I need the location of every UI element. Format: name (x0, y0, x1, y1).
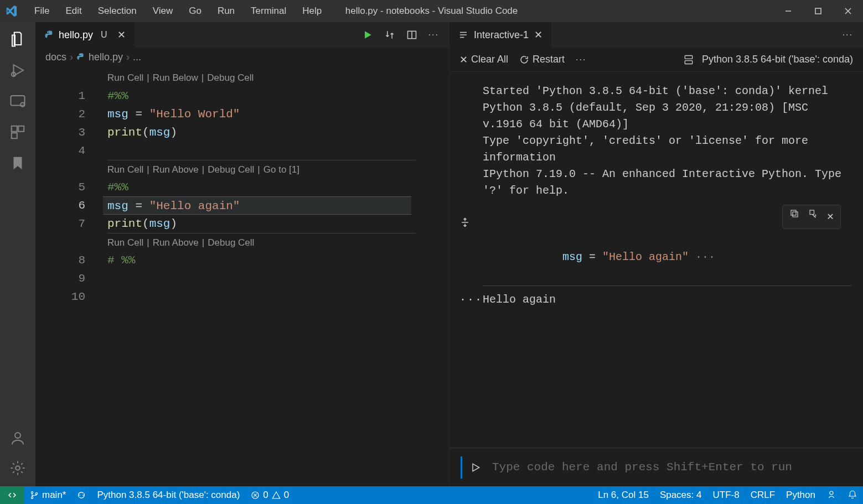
window-title: hello.py - notebooks - Visual Studio Cod… (345, 6, 518, 17)
interpreter-status[interactable]: Python 3.8.5 64-bit ('base': conda) (91, 486, 245, 504)
executed-cell-code[interactable]: ✕ msg = "Hello again" ··· (483, 216, 852, 286)
svg-rect-1 (815, 8, 821, 14)
run-above-link[interactable]: Run Above (153, 160, 199, 179)
encoding-status[interactable]: UTF-8 (707, 490, 745, 501)
sync-status[interactable] (71, 486, 91, 504)
problems-status[interactable]: 0 0 (245, 486, 294, 504)
more-actions-icon[interactable]: ··· (576, 55, 586, 65)
svg-point-31 (830, 491, 833, 495)
svg-rect-21 (793, 212, 798, 217)
svg-rect-9 (18, 126, 24, 132)
interactive-tabs: Interactive-1 ✕ ··· (449, 22, 863, 48)
menu-edit[interactable]: Edit (59, 3, 88, 19)
extensions-icon[interactable] (8, 123, 27, 142)
menu-go[interactable]: Go (182, 3, 208, 19)
eol-status[interactable]: CRLF (745, 490, 781, 501)
run-below-link[interactable]: Run Below (153, 69, 198, 87)
chevron-right-icon: › (126, 51, 130, 63)
svg-marker-4 (14, 65, 24, 76)
main-menu: File Edit Selection View Go Run Terminal… (22, 3, 328, 19)
breadcrumb-tail[interactable]: ... (133, 51, 141, 63)
menu-help[interactable]: Help (296, 3, 328, 19)
menu-view[interactable]: View (146, 3, 180, 19)
goto-link[interactable]: Go to [1] (263, 160, 299, 179)
code-editor[interactable]: 1 2 3 4 5 6 7 8 9 10 Run Cell| Run (35, 66, 449, 486)
indent-status[interactable]: Spaces: 4 (654, 490, 707, 501)
run-cell-link[interactable]: Run Cell (107, 69, 143, 87)
codelens-row: Run Cell| Run Above| Debug Cell| Go to [… (107, 160, 416, 178)
output-ellipsis-icon[interactable]: ··· (459, 292, 483, 308)
python-file-icon (44, 30, 54, 40)
menu-run[interactable]: Run (211, 3, 241, 19)
svg-point-25 (31, 492, 33, 493)
svg-point-11 (15, 433, 20, 438)
run-cell-link[interactable]: Run Cell (107, 233, 143, 252)
copy-icon[interactable] (789, 209, 799, 225)
remote-explorer-icon[interactable] (8, 92, 27, 111)
accounts-icon[interactable] (8, 429, 27, 448)
interactive-output[interactable]: Started 'Python 3.8.5 64-bit ('base': co… (449, 72, 863, 448)
startup-text: Started 'Python 3.8.5 64-bit ('base': co… (483, 83, 852, 199)
debug-cell-link[interactable]: Debug Cell (208, 160, 254, 179)
tab-hello-py[interactable]: hello.py U ✕ (35, 22, 135, 48)
svg-rect-6 (11, 96, 25, 106)
svg-point-26 (31, 497, 33, 498)
svg-rect-22 (791, 210, 796, 215)
debug-cell-link[interactable]: Debug Cell (207, 69, 254, 87)
more-actions-icon[interactable]: ··· (843, 30, 863, 40)
cursor-position[interactable]: Ln 6, Col 15 (592, 490, 654, 501)
branch-status[interactable]: main* (24, 486, 71, 504)
close-button[interactable] (833, 0, 863, 22)
debug-cell-link[interactable]: Debug Cell (208, 233, 254, 252)
bookmark-icon[interactable] (8, 154, 27, 173)
svg-marker-13 (365, 31, 371, 38)
close-tab-icon[interactable]: ✕ (534, 29, 542, 41)
svg-rect-20 (685, 60, 692, 64)
menu-selection[interactable]: Selection (91, 3, 143, 19)
interpreter-label[interactable]: Python 3.8.5 64-bit ('base': conda) (702, 54, 853, 65)
svg-rect-10 (12, 133, 17, 138)
tab-interactive-1[interactable]: Interactive-1 ✕ (449, 22, 551, 48)
notifications-icon[interactable] (842, 490, 863, 500)
modified-indicator: U (101, 30, 107, 40)
interactive-icon (458, 30, 468, 40)
run-debug-icon[interactable] (8, 61, 27, 80)
interactive-input-row (449, 448, 863, 486)
close-icon: ✕ (459, 54, 468, 66)
breadcrumb[interactable]: docs › hello.py › ... (35, 48, 449, 66)
collapse-icon[interactable] (459, 217, 471, 228)
delete-cell-icon[interactable]: ✕ (827, 209, 834, 225)
compare-changes-icon[interactable] (384, 29, 395, 40)
interactive-input[interactable] (492, 461, 852, 474)
python-file-icon (76, 53, 85, 61)
editor-tabs: hello.py U ✕ ··· (35, 22, 449, 48)
restart-icon (519, 55, 529, 65)
execute-input-icon[interactable] (461, 456, 481, 479)
clear-all-button[interactable]: ✕ Clear All (459, 54, 508, 66)
maximize-button[interactable] (803, 0, 833, 22)
feedback-icon[interactable] (821, 490, 842, 500)
goto-source-icon[interactable] (808, 209, 818, 225)
run-python-icon[interactable] (362, 29, 373, 40)
status-bar: main* Python 3.8.5 64-bit ('base': conda… (0, 486, 863, 504)
minimap[interactable] (410, 66, 449, 486)
split-editor-icon[interactable] (406, 29, 417, 40)
run-above-link[interactable]: Run Above (153, 233, 199, 252)
menu-terminal[interactable]: Terminal (244, 3, 293, 19)
menu-file[interactable]: File (28, 3, 56, 19)
interactive-toolbar: ✕ Clear All Restart ··· Python 3.8.5 64-… (449, 48, 863, 72)
cell-actions: ✕ (782, 205, 841, 229)
close-tab-icon[interactable]: ✕ (117, 29, 126, 41)
restart-button[interactable]: Restart (519, 54, 565, 65)
run-cell-link[interactable]: Run Cell (107, 160, 143, 179)
breadcrumb-folder[interactable]: docs (45, 51, 66, 63)
language-status[interactable]: Python (781, 490, 821, 501)
remote-indicator[interactable] (0, 486, 24, 504)
vscode-logo-icon (0, 5, 22, 17)
settings-gear-icon[interactable] (8, 459, 27, 477)
breadcrumb-file[interactable]: hello.py (89, 51, 123, 63)
more-actions-icon[interactable]: ··· (428, 30, 439, 40)
minimize-button[interactable] (773, 0, 803, 22)
cell-output: Hello again (483, 292, 556, 308)
explorer-icon[interactable] (8, 30, 27, 49)
